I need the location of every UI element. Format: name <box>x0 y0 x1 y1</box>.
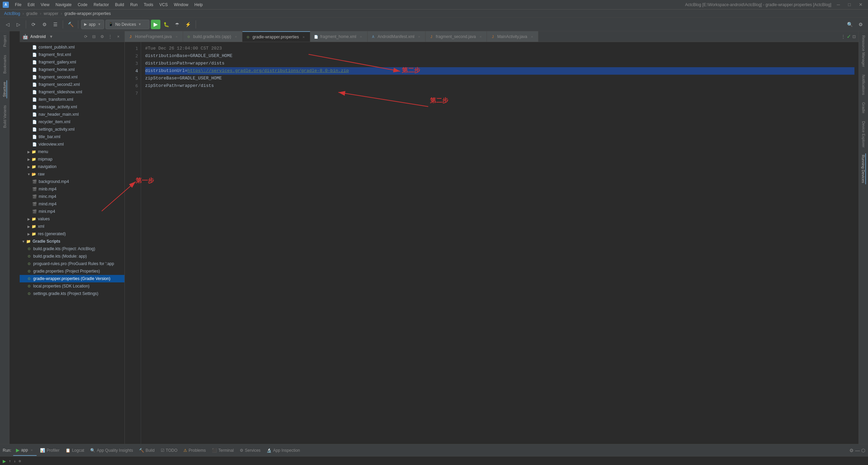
tree-file-background[interactable]: 🎬 background.mp4 <box>20 178 124 185</box>
tree-file-local-properties[interactable]: ⚙ local.properties (SDK Location) <box>20 282 124 290</box>
toolbar-search-btn[interactable]: 🔍 <box>845 20 854 29</box>
tab-close-icon[interactable]: × <box>301 34 307 40</box>
tree-folder-mipmap[interactable]: ▶ 📁 mipmap <box>20 155 124 163</box>
bottom-tab-problems[interactable]: ⚠ Problems <box>181 445 209 456</box>
tree-item-fragment-first[interactable]: 📄 fragment_first.xml <box>20 51 124 58</box>
toolbar-coverage-btn[interactable]: ☂ <box>173 20 182 29</box>
tree-folder-menu[interactable]: ▶ 📁 menu <box>20 148 124 155</box>
bottom-settings-icon[interactable]: ⚙ <box>849 448 854 453</box>
bottom-tab-todo[interactable]: ☑ TODO <box>158 445 180 456</box>
tab-main-activity[interactable]: J MainActivity.java × <box>487 31 538 42</box>
tree-item-fragment-slideshow[interactable]: 📄 fragment_slideshow.xml <box>20 88 124 96</box>
tree-sync-icon[interactable]: ⟳ <box>82 33 89 40</box>
tree-file-minc[interactable]: 🎬 minc.mp4 <box>20 193 124 200</box>
toolbar-settings-btn[interactable]: ⚙ <box>40 20 49 29</box>
tab-home-fragment[interactable]: J HomeFragment.java × <box>125 31 183 42</box>
menu-vcs[interactable]: VCS <box>157 2 171 8</box>
tab-close-icon[interactable]: × <box>416 34 422 39</box>
sidebar-project-btn[interactable]: Project <box>3 34 7 48</box>
window-minimize[interactable]: ─ <box>834 1 843 8</box>
tree-folder-values[interactable]: ▶ 📁 values <box>20 215 124 223</box>
bottom-tab-logcat[interactable]: 📋 Logcat <box>63 445 87 456</box>
toolbar-build-btn[interactable]: 🔨 <box>66 20 75 29</box>
toolbar-profile-btn[interactable]: ⚡ <box>183 20 193 29</box>
tabs-split-icon[interactable]: ⊡ <box>852 34 856 39</box>
app-selector[interactable]: ▶ app ▼ <box>81 20 104 29</box>
bottom-minimize-icon[interactable]: — <box>855 448 860 453</box>
bottom-tab-app-quality[interactable]: 🔍 App Quality Insights <box>87 445 136 456</box>
tab-fragment-second[interactable]: J fragment_second.java × <box>426 31 487 42</box>
menu-view[interactable]: View <box>38 2 52 8</box>
tree-item-fragment-gallery[interactable]: 📄 fragment_gallery.xml <box>20 58 124 66</box>
tree-file-settings-gradle[interactable]: ⚙ settings.gradle.kts (Project Settings) <box>20 290 124 297</box>
tab-close-icon[interactable]: × <box>233 34 239 39</box>
tree-folder-navigation[interactable]: ▶ 📁 navigation <box>20 163 124 170</box>
menu-file[interactable]: File <box>12 2 24 8</box>
tree-item-settings-activity[interactable]: 📄 settings_activity.xml <box>20 126 124 133</box>
bottom-tab-profiler[interactable]: 📊 Profiler <box>37 445 62 456</box>
tree-item-title-bar[interactable]: 📄 title_bar.xml <box>20 133 124 141</box>
bottom-tab-build[interactable]: 🔨 Build <box>136 445 157 456</box>
menu-refactor[interactable]: Refactor <box>91 2 112 8</box>
menu-navigate[interactable]: Navigate <box>53 2 74 8</box>
tab-gradle-wrapper[interactable]: ⚙ gradle-wrapper.properties × <box>242 31 310 42</box>
tab-close-icon[interactable]: × <box>358 34 364 39</box>
tree-item-message-activity[interactable]: 📄 message_activity.xml <box>20 103 124 111</box>
tree-item-videoview[interactable]: 📄 videoview.xml <box>20 141 124 148</box>
tree-item-nav-header[interactable]: 📄 nav_header_main.xml <box>20 111 124 118</box>
project-name[interactable]: ActcBlog <box>4 11 20 16</box>
tabs-menu-icon[interactable]: ⋮ <box>841 34 845 39</box>
bottom-tab-terminal[interactable]: ⬛ Terminal <box>209 445 236 456</box>
bottom-expand-icon[interactable]: ⬡ <box>861 448 865 453</box>
tree-folder-raw[interactable]: ▼ 📂 raw <box>20 170 124 178</box>
menu-run[interactable]: Run <box>127 2 140 8</box>
sidebar-bookmarks-btn[interactable]: Bookmarks <box>3 54 7 75</box>
tree-file-build-gradle-app[interactable]: ⚙ build.gradle.kts (Module: app) <box>20 253 124 260</box>
sidebar-structure-btn[interactable]: Structure <box>2 80 7 98</box>
tree-collapse-icon[interactable]: ⊟ <box>91 33 97 40</box>
tree-file-mini[interactable]: 🎬 mini.mp4 <box>20 208 124 215</box>
tree-settings-icon[interactable]: ⚙ <box>99 33 105 40</box>
toolbar-sync-btn[interactable]: ⟳ <box>29 20 38 29</box>
sidebar-gradle[interactable]: Gradle <box>862 101 866 115</box>
run-button[interactable]: ▶ <box>151 20 160 29</box>
tree-item-content-publish[interactable]: 📄 content_publish.xml <box>20 43 124 51</box>
panel-dropdown[interactable]: ▼ <box>49 34 53 39</box>
tab-android-manifest[interactable]: A AndroidManifest.xml × <box>368 31 426 42</box>
menu-code[interactable]: Code <box>75 2 90 8</box>
tree-file-gradle-properties[interactable]: ⚙ gradle.properties (Project Properties) <box>20 267 124 275</box>
sidebar-notifications[interactable]: Notifications <box>862 73 866 96</box>
tree-folder-gradle-scripts[interactable]: ▼ 📁 Gradle Scripts <box>20 238 124 245</box>
tree-item-fragment-second2[interactable]: 📄 fragment_second2.xml <box>20 81 124 88</box>
bottom-tab-services[interactable]: ⚙ Services <box>237 445 263 456</box>
tree-item-fragment-second[interactable]: 📄 fragment_second.xml <box>20 73 124 81</box>
tree-file-build-gradle-project[interactable]: ⚙ build.gradle.kts (Project: ActcBlog) <box>20 245 124 253</box>
tree-file-proguard[interactable]: ⚙ proguard-rules.pro (ProGuard Rules for… <box>20 260 124 267</box>
tree-item-fragment-home[interactable]: 📄 fragment_home.xml <box>20 66 124 73</box>
device-selector[interactable]: 📱 No Devices ▼ <box>105 20 150 29</box>
tree-file-gradle-wrapper[interactable]: ⚙ gradle-wrapper.properties (Gradle Vers… <box>20 275 124 282</box>
toolbar-debug-btn[interactable]: 🐛 <box>162 20 171 29</box>
sidebar-device-explorer[interactable]: Device Explorer <box>862 120 866 149</box>
menu-edit[interactable]: Edit <box>25 2 37 8</box>
tree-file-mind[interactable]: 🎬 mind.mp4 <box>20 200 124 208</box>
tab-build-gradle[interactable]: ⚙ build.gradle.kts (app) × <box>183 31 242 42</box>
sidebar-resource-manager[interactable]: Resource Manager <box>862 34 866 69</box>
tree-item-recycler[interactable]: 📄 recycler_item.xml <box>20 118 124 126</box>
toolbar-settings2-btn[interactable]: ⚙ <box>856 20 865 29</box>
menu-build[interactable]: Build <box>112 2 127 8</box>
module-name[interactable]: gradle <box>26 11 37 16</box>
code-area[interactable]: #Tue Dec 26 12:04:00 CST 2023 distributi… <box>141 42 859 444</box>
file-name[interactable]: gradle-wrapper.properties <box>64 11 111 16</box>
sidebar-build-variants-btn[interactable]: Build Variants <box>3 104 7 129</box>
tab-close-icon[interactable]: × <box>478 34 483 39</box>
tree-gear-icon[interactable]: ⋮ <box>107 33 114 40</box>
bottom-tab-app-inspection[interactable]: 🔬 App Inspection <box>264 445 302 456</box>
toolbar-forward-btn[interactable]: ▷ <box>14 20 23 29</box>
tree-folder-res-generated[interactable]: ▶ 📁 res (generated) <box>20 230 124 238</box>
toolbar-structure-btn[interactable]: ☰ <box>51 20 60 29</box>
menu-window[interactable]: Window <box>171 2 191 8</box>
tree-file-minb[interactable]: 🎬 minb.mp4 <box>20 185 124 193</box>
folder-name[interactable]: wrapper <box>44 11 58 16</box>
tab-fragment-home[interactable]: 📄 fragment_home.xml × <box>310 31 368 42</box>
